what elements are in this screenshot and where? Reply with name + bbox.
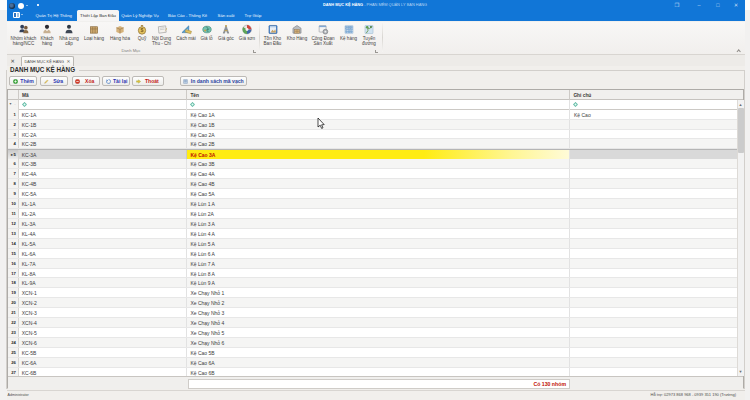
svg-text:$: $ <box>140 27 143 33</box>
